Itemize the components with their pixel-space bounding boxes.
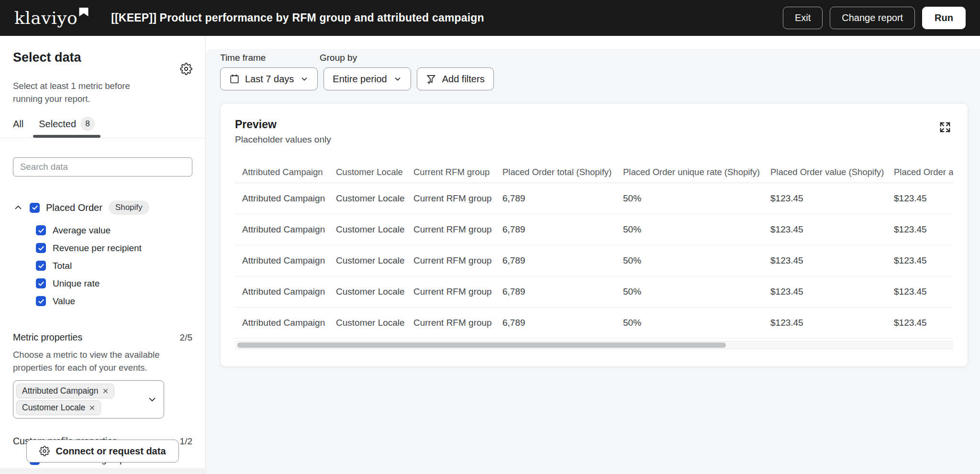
exit-button[interactable]: Exit [783,7,823,29]
run-button[interactable]: Run [922,7,966,29]
chip-label: Customer Locale [22,403,85,413]
tab-all[interactable]: All [13,119,23,130]
add-filters-label: Add filters [442,74,485,85]
group-by-dropdown[interactable]: Entire period [323,67,411,90]
collapse-chevron-up-icon[interactable] [13,202,23,213]
scrollbar-thumb[interactable] [237,342,726,348]
table-cell: $123.45 [763,318,887,328]
metric-checkbox[interactable] [36,296,46,306]
table-cell: $123.45 [763,287,887,297]
table-cell: 6,789 [495,318,616,328]
metric-properties-description: Choose a metric to view the available pr… [13,348,166,374]
report-canvas: Time frame Group by Last 7 days Entire p… [206,49,980,474]
connect-or-request-data-button[interactable]: Connect or request data [26,440,178,463]
table-cell: Current RFM group [406,318,495,328]
preview-title: Preview [235,118,953,131]
table-row: Attributed Campaign Customer Locale Curr… [235,308,953,339]
main-area: Time frame Group by Last 7 days Entire p… [206,36,980,474]
column-header: Customer Locale [329,167,406,177]
filter-plus-icon [426,74,437,85]
topbar-actions: Exit Change report Run [783,7,966,29]
close-icon[interactable] [102,388,109,394]
table-cell: Current RFM group [406,287,495,297]
sidebar-title: Select data [13,50,81,65]
chevron-down-icon [300,75,309,83]
settings-gear-icon[interactable] [180,63,192,75]
table-cell: Current RFM group [406,193,495,204]
time-frame-dropdown[interactable]: Last 7 days [220,67,318,90]
placed-order-checkbox[interactable] [30,203,40,213]
chip-customer-locale[interactable]: Customer Locale [16,400,101,415]
table-cell: 50% [616,318,763,328]
close-icon[interactable] [89,405,95,411]
table-header-row: Attributed Campaign Customer Locale Curr… [235,161,953,183]
table-cell: $123.45 [887,255,953,266]
list-item: Unique rate [13,275,192,292]
table-cell: Attributed Campaign [235,193,329,204]
toolbar: Last 7 days Entire period Add filters [220,67,968,90]
column-header: Attributed Campaign [235,167,329,177]
preview-card: Preview Placeholder values only Attribut… [220,103,968,367]
tab-selected-label: Selected [39,119,76,130]
table-cell: 6,789 [495,287,616,297]
time-frame-label: Time frame [220,53,320,63]
table-cell: Attributed Campaign [235,255,329,266]
table-cell: Customer Locale [329,287,406,297]
table-cell: $123.45 [763,224,887,235]
table-cell: 6,789 [495,224,616,235]
table-cell: Current RFM group [406,224,495,235]
group-by-label: Group by [320,53,357,63]
chevron-down-icon[interactable] [147,394,157,405]
table-body: Attributed Campaign Customer Locale Curr… [235,183,953,339]
chip-attributed-campaign[interactable]: Attributed Campaign [16,384,114,398]
metric-checkbox[interactable] [36,278,46,288]
metric-properties-section: Metric properties 2/5 Choose a metric to… [13,332,192,419]
sidebar-horizontal-scrollbar[interactable] [0,468,205,474]
table-cell: 50% [616,224,763,235]
horizontal-scrollbar[interactable] [235,341,953,349]
metric-checkbox[interactable] [36,225,46,235]
table-row: Attributed Campaign Customer Locale Curr… [235,276,953,308]
table-cell: $123.45 [887,224,953,235]
table-cell: $123.45 [887,287,953,297]
table-cell: 6,789 [495,255,616,266]
change-report-button[interactable]: Change report [830,7,915,29]
connect-button-label: Connect or request data [56,446,166,457]
sidebar-subtitle: Select at least 1 metric before running … [13,79,156,105]
metric-group-label: Placed Order [46,202,102,213]
table-cell: Customer Locale [329,193,406,204]
metric-label: Revenue per recipient [53,243,142,254]
klaviyo-logo: klaviyo [14,9,89,28]
table-cell: Current RFM group [406,255,495,266]
metric-label: Average value [53,225,111,236]
table-cell: Customer Locale [329,255,406,266]
table-cell: $123.45 [763,255,887,266]
metric-properties-multiselect[interactable]: Attributed Campaign Customer Locale [13,380,164,419]
table-cell: 50% [616,255,763,266]
search-input[interactable] [13,157,192,176]
metric-label: Total [53,261,72,271]
source-badge: Shopify [109,200,149,215]
time-frame-value: Last 7 days [245,74,294,85]
column-header: Placed Order av [887,167,953,177]
metric-checkbox[interactable] [36,261,46,271]
select-data-sidebar: Select data Select at least 1 metric bef… [0,36,206,474]
tab-selected[interactable]: Selected 8 [33,117,100,131]
table-cell: $123.45 [763,193,887,204]
metric-checkbox[interactable] [36,243,46,253]
metric-properties-label: Metric properties [13,332,82,343]
top-bar: klaviyo [[KEEP]] Product performance by … [0,0,980,36]
add-filters-button[interactable]: Add filters [417,67,494,90]
table-row: Attributed Campaign Customer Locale Curr… [235,214,953,245]
chip-label: Attributed Campaign [22,386,99,396]
metric-group-row: Placed Order Shopify [13,200,192,215]
table-row: Attributed Campaign Customer Locale Curr… [235,183,953,214]
table-cell: $123.45 [887,318,953,328]
list-item: Average value [13,221,192,239]
expand-icon[interactable] [937,119,953,135]
table-cell: Attributed Campaign [235,224,329,235]
table-row: Attributed Campaign Customer Locale Curr… [235,245,953,276]
preview-subtitle: Placeholder values only [235,134,953,145]
table-cell: Customer Locale [329,224,406,235]
preview-table: Attributed Campaign Customer Locale Curr… [235,161,953,349]
